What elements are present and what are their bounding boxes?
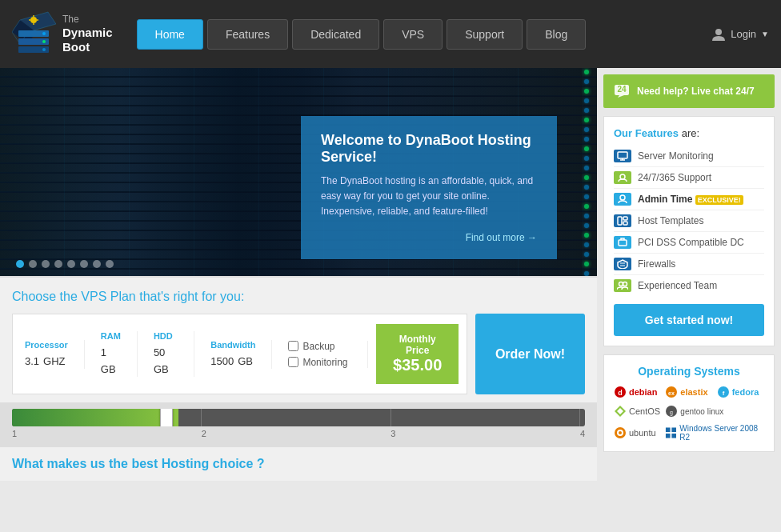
svg-rect-22 — [618, 217, 622, 225]
processor-spec: Processor 3.1 GHZ — [21, 340, 85, 369]
svg-text:24: 24 — [617, 85, 627, 94]
nav-vps[interactable]: VPS — [383, 19, 443, 50]
features-box: Our Features are: Server Monitoring 24/7… — [603, 116, 775, 346]
login-label: Login — [731, 28, 756, 40]
svg-point-9 — [30, 17, 37, 23]
svg-text:g: g — [670, 410, 673, 416]
backup-label: Backup — [302, 341, 334, 352]
admin-icon — [614, 193, 631, 206]
feature-pci: PCI DSS Compatible DC — [614, 232, 764, 254]
svg-point-21 — [620, 195, 625, 200]
backup-checkbox[interactable] — [288, 341, 298, 351]
slider-thumb[interactable] — [160, 409, 173, 426]
order-button[interactable]: Order Now! — [475, 314, 585, 394]
svg-point-7 — [42, 40, 46, 43]
login-chevron: ▼ — [761, 30, 769, 38]
feature-server-monitoring: Server Monitoring — [614, 146, 764, 167]
svg-rect-42 — [666, 427, 671, 432]
what-title: What makes us the best Hosting choice ? — [12, 457, 585, 471]
feature-host-templates: Host Templates — [614, 210, 764, 232]
feature-pci-label: PCI DSS Compatible DC — [638, 237, 744, 248]
slider-track[interactable] — [12, 409, 585, 426]
nav-support[interactable]: Support — [447, 19, 523, 50]
gentoo-logo: g — [665, 405, 678, 418]
vps-title-rest: that's right for you: — [136, 290, 245, 303]
vps-title: Choose the VPS Plan that's right for you… — [12, 290, 585, 304]
slide-dot-2[interactable] — [29, 260, 37, 268]
content-area: Welcome to DynaBoot Hosting Service! The… — [0, 68, 597, 481]
slide-dot-5[interactable] — [67, 260, 75, 268]
get-started-button[interactable]: Get started now! — [614, 304, 764, 336]
monitor-icon — [614, 150, 631, 162]
svg-rect-43 — [672, 427, 677, 432]
slide-dot-8[interactable] — [106, 260, 114, 268]
nav-home[interactable]: Home — [137, 19, 203, 50]
feature-firewalls: Firewalls — [614, 254, 764, 275]
monitoring-checkbox-item: Monitoring — [288, 357, 351, 368]
main-nav: Home Features Dedicated VPS Support Blog — [137, 19, 700, 50]
plan-specs: Processor 3.1 GHZ RAM 1 GB HDD — [12, 314, 467, 394]
pci-icon — [614, 236, 631, 249]
bandwidth-value: 1500 GB — [210, 352, 255, 369]
what-title-colored: the best Hosting choice — [109, 457, 253, 470]
slideshow-dots — [16, 260, 114, 268]
logo-icon — [12, 8, 56, 60]
nav-blog[interactable]: Blog — [527, 19, 586, 50]
vps-section: Choose the VPS Plan that's right for you… — [0, 276, 597, 402]
slideshow: Welcome to DynaBoot Hosting Service! The… — [0, 68, 597, 276]
feature-admin-time: Admin Time EXCLUSIVE! — [614, 189, 764, 210]
slider-label-4: 4 — [580, 429, 585, 438]
chat-icon: 24 — [613, 82, 631, 100]
nav-features[interactable]: Features — [207, 19, 288, 50]
feature-support: 24/7/365 Support — [614, 167, 764, 189]
monitoring-label: Monitoring — [302, 357, 347, 368]
find-out-more-link[interactable]: Find out more → — [321, 232, 537, 243]
debian-logo: d — [614, 386, 627, 398]
svg-rect-25 — [619, 240, 627, 246]
features-title-colored: Our Features — [614, 127, 679, 139]
slider-container: 1 2 3 4 — [12, 409, 585, 441]
hdd-value: 50 GB — [154, 343, 178, 377]
nav-dedicated[interactable]: Dedicated — [292, 19, 379, 50]
bandwidth-label: Bandwidth — [210, 340, 255, 350]
feature-server-monitoring-label: Server Monitoring — [638, 150, 714, 162]
monitoring-checkbox[interactable] — [288, 357, 298, 367]
feature-host-templates-label: Host Templates — [638, 215, 703, 226]
slide-dot-6[interactable] — [80, 260, 88, 268]
price-label: Monthly Price — [392, 334, 442, 356]
svg-text:d: d — [618, 389, 623, 397]
price-display: Monthly Price $35.00 — [376, 324, 458, 384]
centos-logo — [614, 405, 627, 418]
os-centos: CentOS — [614, 405, 661, 418]
what-makes-us-section: What makes us the best Hosting choice ? — [0, 447, 597, 481]
vps-title-plain: Choose the — [12, 290, 81, 303]
slider-label-2: 2 — [202, 429, 206, 438]
logo-text: The Dynamic Boot — [62, 14, 113, 54]
os-gentoo: g gentoo linux — [665, 405, 764, 418]
what-title-end: ? — [257, 457, 265, 470]
main-content: Welcome to DynaBoot Hosting Service! The… — [0, 68, 781, 481]
team-icon — [614, 279, 631, 292]
price-value: $35.00 — [392, 356, 442, 374]
os-grid: d debian ex elastix f fedora CentOS — [614, 386, 764, 442]
slide-dot-7[interactable] — [93, 260, 101, 268]
slide-dot-4[interactable] — [54, 260, 62, 268]
login-button[interactable]: Login ▼ — [711, 27, 769, 42]
os-section: Operating Systems d debian ex elastix f … — [603, 354, 775, 452]
svg-point-14 — [715, 29, 722, 35]
slider-fill — [12, 409, 178, 426]
svg-rect-17 — [618, 152, 627, 158]
backup-checkbox-item: Backup — [288, 341, 351, 352]
live-chat-bar[interactable]: 24 Need help? Live chat 24/7 — [603, 74, 775, 108]
slide-dot-3[interactable] — [42, 260, 50, 268]
features-title-rest: are: — [682, 127, 699, 139]
hdd-label: HDD — [154, 331, 178, 341]
slider-section: 1 2 3 4 — [0, 402, 597, 447]
slide-dot-1[interactable] — [16, 260, 24, 268]
svg-rect-45 — [672, 434, 677, 438]
os-debian: d debian — [614, 386, 661, 398]
slider-labels: 1 2 3 4 — [12, 426, 585, 441]
svg-rect-24 — [623, 222, 627, 225]
backup-monitoring: Backup Monitoring — [272, 341, 368, 368]
feature-firewalls-label: Firewalls — [638, 258, 675, 270]
